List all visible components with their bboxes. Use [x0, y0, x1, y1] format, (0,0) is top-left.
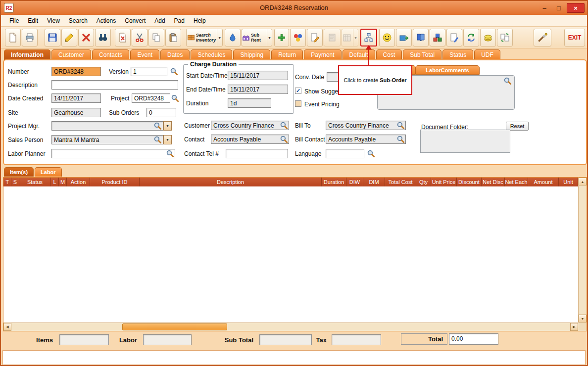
customize-button[interactable] — [534, 29, 551, 46]
find-button[interactable] — [95, 29, 111, 46]
menu-edit[interactable]: Edit — [23, 16, 43, 26]
minimize-button[interactable]: – — [538, 3, 551, 13]
col-dim[interactable]: DIM — [363, 178, 385, 186]
bill-to-search-icon[interactable] — [397, 122, 404, 129]
col-product-id[interactable]: Product ID — [90, 178, 140, 186]
col-duration[interactable]: Duration — [322, 178, 346, 186]
new-order-button[interactable] — [5, 29, 21, 46]
col-discount[interactable]: Discount — [457, 178, 482, 186]
refresh-rates-button[interactable] — [463, 29, 479, 46]
tab-default[interactable]: Default — [343, 49, 375, 60]
col-m[interactable]: M — [59, 178, 67, 186]
database-button[interactable] — [430, 29, 445, 46]
menu-file[interactable]: File — [5, 16, 23, 26]
money-button[interactable] — [480, 29, 496, 46]
tab-payment[interactable]: Payment — [304, 49, 341, 60]
tab-dates[interactable]: Dates — [160, 49, 190, 60]
col-t[interactable]: T — [3, 178, 11, 186]
description-field[interactable] — [51, 80, 178, 90]
labor-planner-field[interactable] — [51, 149, 175, 158]
scroll-right-arrow[interactable]: ▶ — [570, 323, 578, 331]
col-status[interactable]: Status — [19, 178, 51, 186]
tab-items[interactable]: Item(s) — [4, 167, 34, 177]
site-field[interactable]: Gearhouse — [51, 108, 101, 117]
contact-field[interactable]: Accounts Payable — [211, 135, 289, 144]
exit-button[interactable]: EXIT — [564, 29, 585, 46]
cut-button[interactable] — [132, 29, 147, 46]
dye-button[interactable] — [225, 29, 241, 46]
add-item-button[interactable] — [274, 29, 289, 46]
edit-document-button[interactable] — [446, 29, 462, 46]
project-mgr-dropdown[interactable]: ▼ — [163, 121, 172, 131]
event-pricing-checkbox[interactable] — [295, 100, 301, 107]
print-button[interactable] — [22, 29, 38, 46]
tab-shipping[interactable]: Shipping — [233, 49, 270, 60]
tab-contacts[interactable]: Contacts — [92, 49, 129, 60]
sales-person-dropdown[interactable]: ▼ — [163, 135, 172, 144]
create-sub-order-button[interactable] — [360, 29, 377, 46]
version-search-icon[interactable] — [170, 68, 178, 75]
scroll-down-arrow[interactable]: ▼ — [579, 315, 587, 322]
show-suggest-checkbox[interactable]: ✓ — [295, 88, 301, 94]
col-unit-price[interactable]: Unit Price — [431, 178, 457, 186]
title-bar[interactable]: R2 ORD#3248 Reservation – □ × — [1, 1, 587, 15]
bill-contact-field[interactable]: Accounts Payable — [326, 135, 406, 144]
sub-rent-dropdown[interactable]: ▼ — [267, 29, 272, 46]
delete-button[interactable] — [78, 29, 94, 46]
labor-planner-search-icon[interactable] — [166, 150, 174, 157]
close-button[interactable]: × — [567, 3, 585, 13]
col-unit[interactable]: Unit — [559, 178, 578, 186]
tab-sub-total[interactable]: Sub Total — [403, 49, 441, 60]
menu-pad[interactable]: Pad — [170, 16, 189, 26]
date-created-field[interactable]: 14/11/2017 — [51, 93, 101, 103]
col-description[interactable]: Description — [140, 178, 322, 186]
col-diw[interactable]: DIW — [346, 178, 363, 186]
menu-actions[interactable]: Actions — [92, 16, 120, 26]
number-field[interactable]: ORD#3248 — [51, 67, 101, 76]
tab-labor[interactable]: Labor — [35, 167, 62, 177]
project-mgr-search-icon[interactable] — [154, 122, 161, 130]
sub-rent-button[interactable]: Sub Rent ▼ — [242, 29, 272, 46]
menu-convert[interactable]: Convert — [120, 16, 150, 26]
tab-customer[interactable]: Customer — [51, 49, 91, 60]
horizontal-scroll-thumb[interactable] — [122, 323, 227, 330]
save-button[interactable] — [45, 29, 60, 46]
scroll-left-arrow[interactable]: ◀ — [3, 323, 11, 331]
bill-to-field[interactable]: Cross Country Finance — [326, 121, 406, 130]
search-inventory-button[interactable]: SearchInventory ▼ — [186, 29, 223, 46]
menu-search[interactable]: Search — [64, 16, 92, 26]
tab-cost[interactable]: Cost — [376, 49, 402, 60]
customer-field[interactable]: Cross Country Finance — [211, 121, 289, 130]
tab-udf[interactable]: UDF — [474, 49, 500, 60]
table-body[interactable] — [3, 186, 578, 322]
col-net-disc[interactable]: Net Disc — [482, 178, 505, 186]
search-inventory-dropdown[interactable]: ▼ — [217, 29, 222, 46]
tab-return[interactable]: Return — [271, 49, 303, 60]
tab-labor-comments[interactable]: LaborComments — [415, 65, 480, 75]
edit-note-button[interactable] — [307, 29, 323, 46]
ship-button[interactable] — [396, 29, 412, 46]
group-items-button[interactable] — [290, 29, 306, 46]
project-field[interactable]: ORD#3248 — [132, 93, 170, 103]
catalog-button[interactable] — [413, 29, 429, 46]
sales-person-field[interactable]: Mantra M Mantra — [51, 135, 163, 144]
maximize-button[interactable]: □ — [552, 3, 565, 13]
paste-button[interactable] — [165, 29, 181, 46]
col-amount[interactable]: Amount — [528, 178, 559, 186]
feedback-button[interactable] — [379, 29, 395, 46]
tab-status[interactable]: Status — [442, 49, 473, 60]
col-net-each[interactable]: Net Each — [505, 178, 528, 186]
tab-schedules[interactable]: Schedules — [191, 49, 232, 60]
sales-person-search-icon[interactable] — [154, 136, 161, 143]
start-date-field[interactable]: 15/11/2017 — [228, 71, 288, 80]
col-total-cost[interactable]: Total Cost — [385, 178, 416, 186]
scroll-up-arrow[interactable]: ▲ — [579, 178, 587, 185]
comments-search-icon[interactable] — [504, 77, 511, 85]
end-date-field[interactable]: 15/11/2017 — [228, 85, 288, 94]
tab-information[interactable]: Information — [4, 49, 50, 60]
project-search-icon[interactable] — [171, 94, 179, 102]
contact-tel-field[interactable] — [226, 149, 288, 158]
project-mgr-field[interactable] — [51, 121, 163, 131]
version-field[interactable]: 1 — [131, 67, 167, 76]
duration-field[interactable]: 1d — [228, 98, 271, 108]
